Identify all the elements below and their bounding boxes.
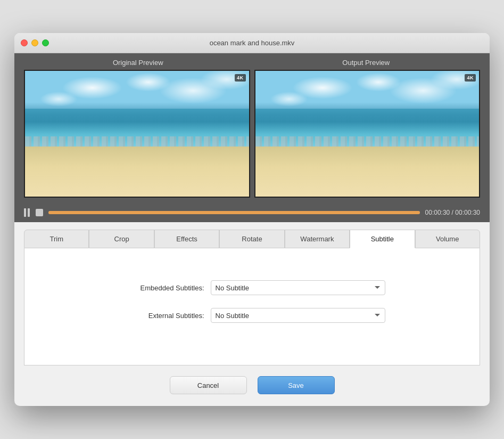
- preview-videos: 4K 4K: [24, 70, 480, 198]
- maximize-button[interactable]: [42, 39, 49, 46]
- cancel-button[interactable]: Cancel: [170, 376, 247, 394]
- beach-layer-2: [255, 147, 480, 197]
- original-preview-label: Original Preview: [24, 59, 252, 67]
- play-controls: [24, 208, 43, 217]
- preview-area: Original Preview Output Preview 4K: [14, 53, 490, 205]
- pause-bar-left: [24, 208, 26, 217]
- tab-watermark[interactable]: Watermark: [285, 230, 350, 248]
- badge-4k-original: 4K: [235, 74, 246, 82]
- window-title: ocean mark and house.mkv: [210, 39, 295, 47]
- pause-bar-right: [28, 208, 30, 217]
- close-button[interactable]: [21, 39, 28, 46]
- embedded-subtitles-select[interactable]: No Subtitle: [211, 280, 385, 295]
- titlebar: ocean mark and house.mkv: [14, 33, 490, 53]
- preview-labels: Original Preview Output Preview: [24, 59, 480, 67]
- badge-4k-output: 4K: [465, 74, 476, 82]
- time-total: 00:00:30: [455, 209, 480, 216]
- controls-bar: 00:00:30 / 00:00:30: [14, 205, 490, 222]
- tab-rotate[interactable]: Rotate: [219, 230, 284, 248]
- tabs-row: Trim Crop Effects Rotate Watermark Subti…: [24, 230, 480, 248]
- output-preview-label: Output Preview: [252, 59, 481, 67]
- save-button[interactable]: Save: [258, 376, 335, 394]
- stop-icon: [36, 209, 43, 216]
- output-video-frame: 4K: [254, 70, 481, 198]
- progress-bar[interactable]: [48, 211, 420, 214]
- beach-layer: [25, 147, 249, 197]
- pause-icon: [24, 208, 31, 217]
- titlebar-buttons: [21, 39, 49, 46]
- embedded-subtitles-label: Embedded Subtitles:: [119, 284, 204, 292]
- external-subtitles-select[interactable]: No Subtitle: [211, 308, 385, 323]
- original-video-bg: [25, 71, 249, 197]
- external-subtitles-select-wrapper: No Subtitle: [211, 308, 385, 323]
- time-current: 00:00:30: [425, 209, 450, 216]
- tab-content: Embedded Subtitles: No Subtitle External…: [24, 248, 480, 365]
- pause-button[interactable]: [24, 208, 31, 217]
- original-video-frame: 4K: [24, 70, 250, 198]
- subtitle-form: Embedded Subtitles: No Subtitle External…: [24, 248, 480, 344]
- tab-crop[interactable]: Crop: [89, 230, 154, 248]
- action-buttons: Cancel Save: [14, 365, 490, 406]
- tab-volume[interactable]: Volume: [415, 230, 480, 248]
- tab-subtitle[interactable]: Subtitle: [350, 230, 415, 248]
- tab-effects[interactable]: Effects: [154, 230, 219, 248]
- tabs-section: Trim Crop Effects Rotate Watermark Subti…: [14, 222, 490, 248]
- progress-fill: [48, 211, 420, 214]
- stop-button[interactable]: [36, 209, 43, 216]
- main-window: ocean mark and house.mkv Original Previe…: [14, 33, 490, 406]
- embedded-subtitles-row: Embedded Subtitles: No Subtitle: [119, 280, 385, 295]
- external-subtitles-label: External Subtitles:: [119, 312, 204, 320]
- time-separator: /: [450, 209, 455, 216]
- output-video-bg: [255, 71, 480, 197]
- external-subtitles-row: External Subtitles: No Subtitle: [119, 308, 385, 323]
- time-display: 00:00:30 / 00:00:30: [425, 209, 480, 216]
- minimize-button[interactable]: [31, 39, 38, 46]
- embedded-subtitles-select-wrapper: No Subtitle: [211, 280, 385, 295]
- tab-trim[interactable]: Trim: [24, 230, 89, 248]
